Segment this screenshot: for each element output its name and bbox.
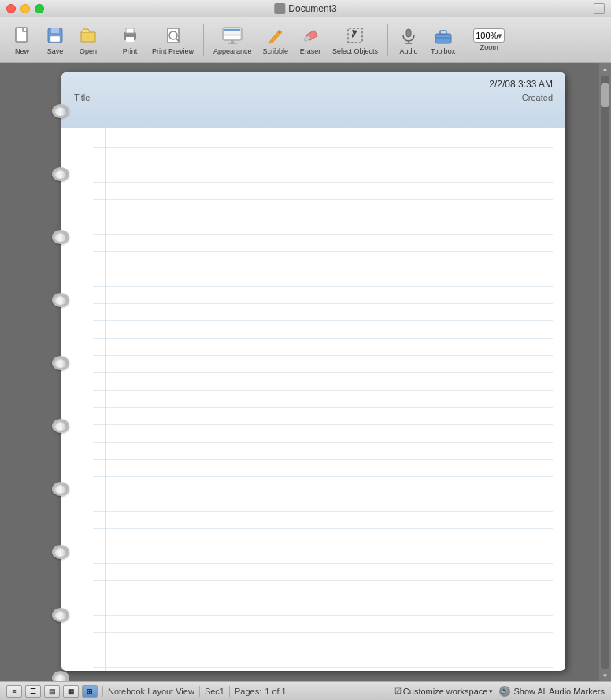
svg-rect-0 <box>16 28 27 42</box>
audio-label: Audio <box>400 47 418 55</box>
save-icon <box>44 24 66 46</box>
notebook-line[interactable] <box>93 339 553 356</box>
col-created-label: Created <box>522 93 553 102</box>
toolbox-button[interactable]: Toolbox <box>426 21 460 58</box>
svg-rect-22 <box>435 34 451 43</box>
notebook-line[interactable] <box>93 235 553 252</box>
svg-rect-12 <box>224 29 240 31</box>
new-button[interactable]: New <box>6 21 38 58</box>
notebook-header: 2/2/08 3:33 AM Title Created <box>61 72 565 128</box>
document-icon <box>274 3 285 14</box>
print-preview-icon <box>162 24 184 46</box>
notebook-line[interactable] <box>93 252 553 269</box>
ring-3 <box>52 230 69 244</box>
notebook-line[interactable] <box>93 287 553 304</box>
main-area: 2/2/08 3:33 AM Title Created ▲ ▼ <box>0 63 611 681</box>
notebook-line[interactable] <box>93 321 553 339</box>
scribble-button[interactable]: Scribble <box>258 21 294 58</box>
ring-10 <box>52 671 69 681</box>
svg-rect-6 <box>126 28 134 33</box>
ring-9 <box>52 608 69 622</box>
notebook-line[interactable] <box>93 650 553 668</box>
scroll-down-arrow[interactable]: ▼ <box>599 670 611 681</box>
notebook-line[interactable] <box>93 546 553 564</box>
separator-4 <box>465 24 465 56</box>
customize-workspace-button[interactable]: ☑ Customize workspace ▾ <box>394 687 494 696</box>
notebook-line[interactable] <box>93 564 553 581</box>
status-bar: ≡ ☰ ▤ ▦ ⊞ Notebook Layout View Sec1 Page… <box>0 681 611 700</box>
notebook-line[interactable] <box>93 356 553 373</box>
ring-5 <box>52 356 69 370</box>
notebook-line[interactable] <box>93 529 553 546</box>
notebook-line[interactable] <box>93 460 553 477</box>
view-btn-2[interactable]: ☰ <box>25 685 41 698</box>
notebook-line[interactable] <box>93 512 553 529</box>
notebook-line[interactable] <box>93 269 553 287</box>
print-preview-button[interactable]: Print Preview <box>147 21 198 58</box>
margin-line <box>105 128 106 671</box>
eraser-button[interactable]: Eraser <box>294 21 326 58</box>
separator-3 <box>387 24 388 56</box>
notebook-layout-label: Notebook Layout View <box>108 687 194 696</box>
notebook-line[interactable] <box>93 165 553 183</box>
notebook: 2/2/08 3:33 AM Title Created <box>61 72 565 671</box>
view-btn-1[interactable]: ≡ <box>6 685 22 698</box>
maximize-button[interactable] <box>35 4 44 13</box>
select-objects-button[interactable]: Select Objects <box>328 21 383 58</box>
notebook-line[interactable] <box>93 616 553 633</box>
separator-2 <box>203 24 204 56</box>
checkbox-icon: ☑ <box>394 687 402 695</box>
notebook-line[interactable] <box>93 581 553 598</box>
view-btn-5[interactable]: ⊞ <box>82 685 98 698</box>
close-button[interactable] <box>6 4 16 13</box>
lined-paper[interactable] <box>61 128 565 671</box>
eraser-icon <box>299 24 321 46</box>
zoom-label: Zoom <box>480 43 498 51</box>
notebook-line[interactable] <box>93 183 553 200</box>
notebook-line[interactable] <box>93 477 553 494</box>
zoom-input[interactable]: 100% ▾ <box>473 28 505 43</box>
title-bar: Document3 <box>0 0 611 17</box>
notebook-line[interactable] <box>93 217 553 235</box>
ring-6 <box>52 419 69 433</box>
svg-rect-17 <box>304 35 311 41</box>
open-label: Open <box>80 47 97 55</box>
scribble-label: Scribble <box>263 47 289 55</box>
notebook-line[interactable] <box>93 304 553 321</box>
notebook-line[interactable] <box>93 425 553 443</box>
ring-7 <box>52 482 69 496</box>
open-button[interactable]: Open <box>72 21 104 58</box>
notebook-line[interactable] <box>93 408 553 425</box>
ring-8 <box>52 545 69 559</box>
status-separator-3 <box>229 686 230 697</box>
notebook-line[interactable] <box>93 200 553 217</box>
notebook-line[interactable] <box>93 598 553 616</box>
notebook-line[interactable] <box>93 373 553 391</box>
ring-4 <box>52 293 69 307</box>
minimize-button[interactable] <box>20 4 30 13</box>
notebook-line[interactable] <box>93 391 553 408</box>
resize-button[interactable] <box>594 3 605 14</box>
zoom-control[interactable]: 100% ▾ Zoom <box>470 25 508 54</box>
notebook-line[interactable] <box>93 443 553 460</box>
status-separator-2 <box>199 686 200 697</box>
scroll-thumb[interactable] <box>601 83 609 107</box>
status-separator-1 <box>102 686 103 697</box>
notebook-line[interactable] <box>93 494 553 512</box>
view-btn-4[interactable]: ▦ <box>63 685 79 698</box>
show-audio-markers-button[interactable]: 🔊 Show All Audio Markers <box>499 686 605 697</box>
notebook-line[interactable] <box>93 633 553 650</box>
save-button[interactable]: Save <box>39 21 71 58</box>
view-btn-3[interactable]: ▤ <box>44 685 60 698</box>
scrollbar[interactable]: ▲ ▼ <box>599 63 611 681</box>
audio-button[interactable]: Audio <box>393 21 424 58</box>
ring-1 <box>52 104 69 118</box>
header-columns: Title Created <box>74 93 553 102</box>
print-button[interactable]: Print <box>114 21 146 58</box>
scroll-track <box>601 76 609 669</box>
print-icon <box>119 24 141 46</box>
notebook-line[interactable] <box>93 131 553 148</box>
appearance-button[interactable]: Appearance <box>209 21 257 58</box>
scroll-up-arrow[interactable]: ▲ <box>599 63 611 74</box>
notebook-line[interactable] <box>93 148 553 165</box>
